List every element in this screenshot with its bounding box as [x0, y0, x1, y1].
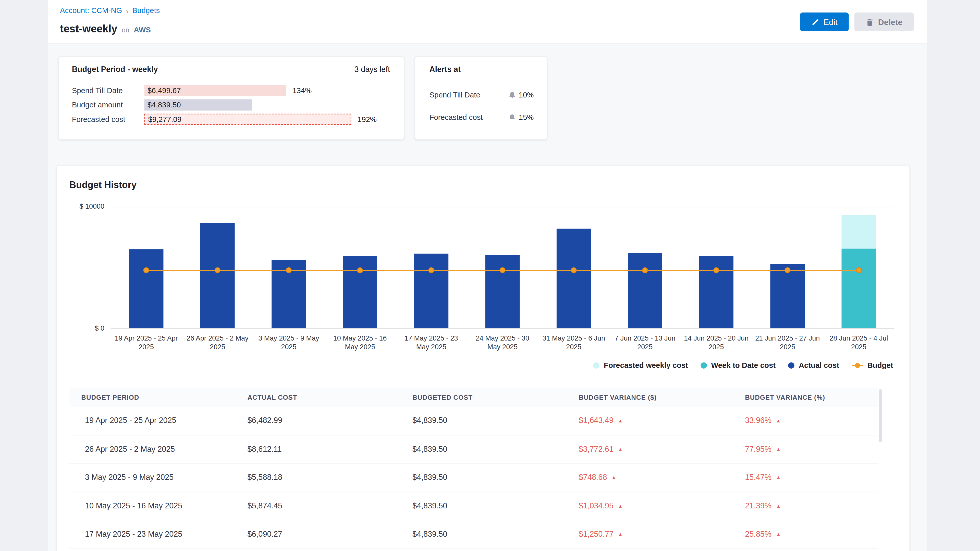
variance-up-icon: ▲ [618, 418, 623, 424]
cell-budgeted-cost: $4,839.50 [412, 445, 579, 453]
budget-period-bar-value: $6,499.67 [145, 86, 181, 95]
budget-period-row-label: Forecasted cost [72, 114, 145, 123]
legend-label: Budget [867, 361, 893, 370]
chart-x-label: 10 May 2025 - 16 May 2025 [325, 333, 396, 351]
cell-budget-variance-pct: 15.47%▲ [745, 473, 878, 482]
alerts-title: Alerts at [415, 57, 547, 74]
budget-period-bar-forecast: $9,277.09 [145, 113, 352, 124]
cell-budget-variance-pct: 21.39%▲ [745, 502, 878, 510]
budget-period-rows: Spend Till Date$6,499.67134%Budget amoun… [59, 83, 404, 126]
chart-x-label: 17 May 2025 - 23 May 2025 [396, 333, 467, 351]
budget-line-point [500, 268, 505, 273]
cell-actual-cost: $5,874.45 [248, 502, 413, 510]
table-header-budget-period: BUDGET PERIOD [69, 394, 248, 401]
budget-history-title: Budget History [69, 179, 137, 190]
budget-period-row: Forecasted cost$9,277.09192% [59, 112, 404, 126]
cell-actual-cost: $8,612.11 [248, 445, 413, 453]
breadcrumb: Account: CCM-NG › Budgets [60, 6, 160, 15]
cell-actual-cost: $6,090.27 [248, 530, 413, 538]
budget-line-point [714, 268, 719, 273]
chart-x-label: 19 Apr 2025 - 25 Apr 2025 [110, 333, 182, 351]
legend-item[interactable]: Forecasted weekly cost [593, 361, 688, 370]
cloud-provider-label: AWS [134, 25, 151, 34]
breadcrumb-budgets-link[interactable]: Budgets [132, 6, 160, 15]
budget-period-card: Budget Period - weekly 3 days left Spend… [58, 56, 404, 140]
budget-line-point [429, 268, 434, 273]
alert-row-label: Spend Till Date [429, 91, 508, 99]
table-header-row: BUDGET PERIODACTUAL COSTBUDGETED COSTBUD… [69, 388, 878, 407]
delete-button-label: Delete [878, 17, 903, 27]
variance-up-icon: ▲ [618, 446, 623, 452]
header-actions: Edit Delete [800, 13, 914, 31]
budget-line-legend-marker [852, 362, 863, 369]
cell-budgeted-cost: $4,839.50 [412, 473, 579, 482]
edit-button[interactable]: Edit [800, 13, 849, 31]
cell-actual-cost: $5,588.18 [248, 473, 413, 482]
days-left-label: 3 days left [355, 65, 390, 74]
table-header-budget-variance-pct: BUDGET VARIANCE (%) [745, 394, 878, 401]
content-panel: Account: CCM-NG › Budgets test-weekly on… [48, 0, 927, 551]
table-scrollbar-thumb[interactable] [879, 389, 882, 442]
variance-up-icon: ▲ [776, 475, 781, 481]
variance-up-icon: ▲ [776, 532, 781, 537]
budget-period-bar-spend: $6,499.67 [145, 85, 286, 96]
table-header-budget-variance-usd: BUDGET VARIANCE ($) [579, 394, 745, 401]
chart-x-label: 3 May 2025 - 9 May 2025 [253, 333, 325, 351]
cell-budget-variance-pct: 25.85%▲ [745, 530, 878, 538]
alert-row-label: Forecasted cost [429, 113, 508, 122]
title-connector: on [122, 26, 129, 34]
alert-row: Spend Till Date10% [429, 89, 534, 100]
budget-period-bar-value: $9,277.09 [145, 114, 181, 123]
cell-budget-variance-pct: 77.95%▲ [745, 445, 878, 453]
cell-budget-variance-usd: $1,034.95▲ [579, 502, 745, 510]
legend-marker [593, 362, 599, 368]
page-title: test-weekly [60, 23, 118, 36]
variance-up-icon: ▲ [618, 532, 623, 537]
budget-history-chart [110, 207, 894, 329]
legend-item[interactable]: Actual cost [788, 361, 839, 370]
page-header: Account: CCM-NG › Budgets test-weekly on… [48, 0, 927, 44]
variance-up-icon: ▲ [776, 418, 781, 424]
cell-budget-variance-usd: $748.68▲ [579, 473, 745, 482]
budget-history-card: Budget History $ 10000 $ 0 19 Apr 2025 -… [56, 165, 910, 551]
legend-marker [788, 362, 794, 368]
chart-x-label: 7 Jun 2025 - 13 Jun 2025 [609, 333, 681, 351]
cell-budgeted-cost: $4,839.50 [412, 502, 579, 510]
cell-budget-period: 17 May 2025 - 23 May 2025 [69, 530, 248, 538]
budget-period-bar-value: $4,839.50 [145, 100, 181, 109]
bell-icon [508, 91, 516, 99]
variance-up-icon: ▲ [618, 503, 623, 509]
breadcrumb-account-link[interactable]: Account: CCM-NG [60, 6, 122, 15]
table-row: 3 May 2025 - 9 May 2025$5,588.18$4,839.5… [69, 464, 878, 492]
cell-budgeted-cost: $4,839.50 [412, 530, 579, 538]
table-row: 19 Apr 2025 - 25 Apr 2025$6,482.99$4,839… [69, 407, 878, 435]
edit-button-label: Edit [824, 17, 838, 27]
cell-budgeted-cost: $4,839.50 [412, 416, 579, 425]
alert-row: Forecasted cost15% [429, 112, 534, 123]
legend-item[interactable]: Week to Date cost [700, 361, 776, 370]
legend-item[interactable]: Budget [852, 361, 893, 370]
budget-period-bar-budget: $4,839.50 [145, 99, 252, 110]
chart-x-label: 31 May 2025 - 6 Jun 2025 [538, 333, 609, 351]
cell-budget-variance-usd: $3,772.61▲ [579, 445, 745, 453]
chart-x-label: 21 Jun 2025 - 27 Jun 2025 [752, 333, 823, 351]
budget-line-point [571, 268, 576, 273]
table-header-budgeted-cost: BUDGETED COST [412, 394, 579, 401]
page: Account: CCM-NG › Budgets test-weekly on… [0, 0, 980, 551]
budget-period-row: Spend Till Date$6,499.67134% [59, 83, 404, 97]
cell-actual-cost: $6,482.99 [248, 416, 413, 425]
cell-budget-period: 19 Apr 2025 - 25 Apr 2025 [69, 416, 248, 425]
variance-up-icon: ▲ [776, 446, 781, 452]
delete-button[interactable]: Delete [854, 13, 914, 31]
budget-period-row: Budget amount$4,839.50 [59, 97, 404, 112]
chart-legend: Forecasted weekly costWeek to Date costA… [593, 361, 893, 370]
title-row: test-weekly on AWS [60, 23, 151, 36]
budget-period-title: Budget Period - weekly [72, 65, 158, 74]
alerts-card: Alerts at Spend Till Date10%Forecasted c… [414, 56, 548, 140]
budget-period-row-label: Spend Till Date [72, 86, 145, 95]
budget-line-point [642, 268, 648, 273]
legend-label: Week to Date cost [711, 361, 776, 370]
budget-line-point [785, 268, 790, 273]
budget-history-table: BUDGET PERIODACTUAL COSTBUDGETED COSTBUD… [69, 388, 878, 549]
cell-budget-period: 26 Apr 2025 - 2 May 2025 [69, 445, 248, 453]
